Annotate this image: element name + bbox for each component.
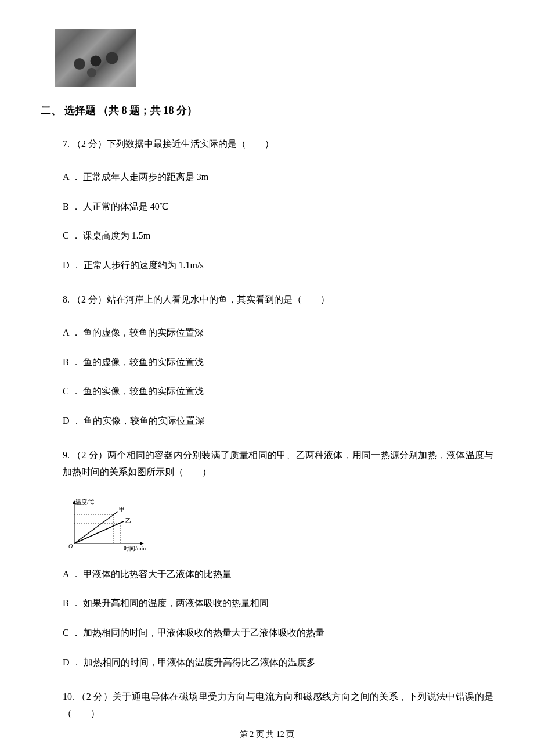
svg-text:O: O <box>68 543 73 549</box>
question-7-stem: 7. （2 分）下列数据中最接近生活实际的是（ ） <box>41 136 493 153</box>
question-9-option-d: D ． 加热相同的时间，甲液体的温度升高得比乙液体的温度多 <box>41 654 493 671</box>
question-9-option-b: B ． 如果升高相同的温度，两液体吸收的热量相同 <box>41 595 493 612</box>
question-9-chart: 温度/℃ 时间/min 甲 乙 O <box>63 497 150 552</box>
section-header: 二、 选择题 （共 8 题；共 18 分） <box>41 103 493 117</box>
chart-series-1: 甲 <box>119 506 125 513</box>
svg-line-4 <box>74 512 118 543</box>
question-8-option-d: D ． 鱼的实像，较鱼的实际位置深 <box>41 413 493 430</box>
question-9-option-c: C ． 加热相同的时间，甲液体吸收的热量大于乙液体吸收的热量 <box>41 625 493 642</box>
question-8-option-c: C ． 鱼的实像，较鱼的实际位置浅 <box>41 383 493 400</box>
question-7-option-a: A ． 正常成年人走两步的距离是 3m <box>41 169 493 186</box>
question-7-option-d: D ． 正常人步行的速度约为 1.1m/s <box>41 257 493 274</box>
question-7-option-b: B ． 人正常的体温是 40℃ <box>41 199 493 215</box>
question-image-volleyball <box>55 29 136 87</box>
chart-series-2: 乙 <box>125 517 131 524</box>
page-footer: 第 2 页 共 12 页 <box>0 729 534 740</box>
question-9-stem: 9. （2 分）两个相同的容器内分别装满了质量相同的甲、乙两种液体，用同一热源分… <box>41 447 493 481</box>
question-7-option-c: C ． 课桌高度为 1.5m <box>41 228 493 244</box>
svg-line-5 <box>74 521 124 543</box>
chart-ylabel: 温度/℃ <box>75 499 94 505</box>
question-8-stem: 8. （2 分）站在河岸上的人看见水中的鱼，其实看到的是（ ） <box>41 291 493 308</box>
question-8-option-b: B ． 鱼的虚像，较鱼的实际位置浅 <box>41 354 493 371</box>
question-9-option-a: A ． 甲液体的比热容大于乙液体的比热量 <box>41 566 493 583</box>
chart-xlabel: 时间/min <box>124 545 146 552</box>
question-10-stem: 10. （2 分）关于通电导体在磁场里受力方向与电流方向和磁感线方向之间的关系，… <box>41 689 493 722</box>
question-8-option-a: A ． 鱼的虚像，较鱼的实际位置深 <box>41 325 493 341</box>
